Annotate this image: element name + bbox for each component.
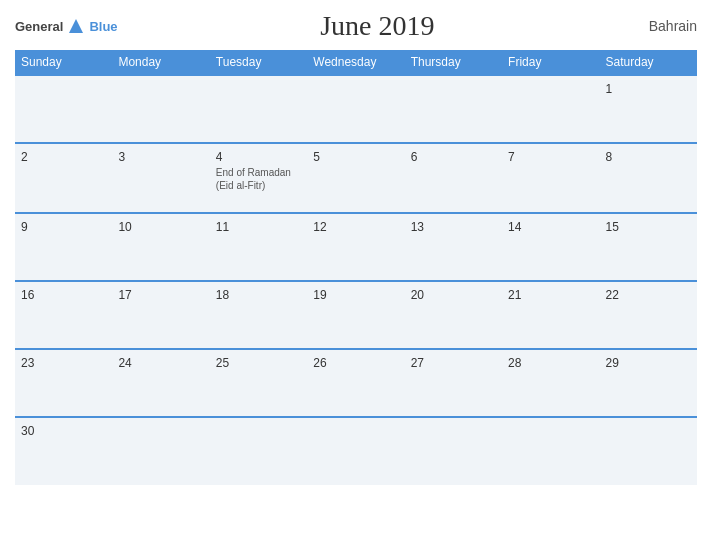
- day-number: 25: [216, 356, 301, 370]
- logo-icon: [67, 17, 85, 35]
- calendar-cell: 19: [307, 281, 404, 349]
- day-number: 13: [411, 220, 496, 234]
- header-wednesday: Wednesday: [307, 50, 404, 75]
- logo: General Blue: [15, 17, 118, 35]
- header-saturday: Saturday: [600, 50, 697, 75]
- calendar-week-row: 234End of Ramadan (Eid al-Fitr)5678: [15, 143, 697, 213]
- country-label: Bahrain: [637, 18, 697, 34]
- day-number: 26: [313, 356, 398, 370]
- day-number: 10: [118, 220, 203, 234]
- day-number: 3: [118, 150, 203, 164]
- logo-blue-text: Blue: [89, 19, 117, 34]
- day-number: 24: [118, 356, 203, 370]
- calendar-cell: 16: [15, 281, 112, 349]
- calendar-cell: [307, 75, 404, 143]
- calendar-cell: 12: [307, 213, 404, 281]
- day-number: 23: [21, 356, 106, 370]
- day-number: 16: [21, 288, 106, 302]
- calendar-cell: 27: [405, 349, 502, 417]
- calendar-cell: [307, 417, 404, 485]
- header-sunday: Sunday: [15, 50, 112, 75]
- day-number: 30: [21, 424, 106, 438]
- calendar-cell: 7: [502, 143, 599, 213]
- calendar-cell: 8: [600, 143, 697, 213]
- calendar-cell: 29: [600, 349, 697, 417]
- day-number: 20: [411, 288, 496, 302]
- calendar-page: General Blue June 2019 Bahrain Sunday Mo…: [0, 0, 712, 550]
- day-number: 2: [21, 150, 106, 164]
- calendar-cell: [112, 75, 209, 143]
- calendar-cell: 11: [210, 213, 307, 281]
- day-number: 28: [508, 356, 593, 370]
- header-thursday: Thursday: [405, 50, 502, 75]
- header-friday: Friday: [502, 50, 599, 75]
- calendar-week-row: 23242526272829: [15, 349, 697, 417]
- day-number: 29: [606, 356, 691, 370]
- calendar-cell: [210, 75, 307, 143]
- calendar-week-row: 9101112131415: [15, 213, 697, 281]
- logo-general-text: General: [15, 19, 63, 34]
- calendar-cell: 20: [405, 281, 502, 349]
- calendar-cell: 18: [210, 281, 307, 349]
- calendar-cell: 13: [405, 213, 502, 281]
- calendar-cell: 14: [502, 213, 599, 281]
- calendar-cell: 2: [15, 143, 112, 213]
- calendar-cell: 25: [210, 349, 307, 417]
- day-number: 7: [508, 150, 593, 164]
- day-number: 19: [313, 288, 398, 302]
- day-number: 14: [508, 220, 593, 234]
- day-number: 9: [21, 220, 106, 234]
- calendar-cell: [112, 417, 209, 485]
- day-number: 27: [411, 356, 496, 370]
- calendar-cell: [15, 75, 112, 143]
- day-number: 17: [118, 288, 203, 302]
- day-number: 5: [313, 150, 398, 164]
- calendar-cell: 3: [112, 143, 209, 213]
- day-number: 11: [216, 220, 301, 234]
- calendar-cell: 22: [600, 281, 697, 349]
- calendar-cell: [210, 417, 307, 485]
- calendar-table: Sunday Monday Tuesday Wednesday Thursday…: [15, 50, 697, 485]
- calendar-cell: 30: [15, 417, 112, 485]
- day-number: 4: [216, 150, 301, 164]
- day-number: 6: [411, 150, 496, 164]
- calendar-cell: 21: [502, 281, 599, 349]
- weekday-header-row: Sunday Monday Tuesday Wednesday Thursday…: [15, 50, 697, 75]
- holiday-text: End of Ramadan (Eid al-Fitr): [216, 166, 301, 192]
- day-number: 12: [313, 220, 398, 234]
- calendar-cell: 17: [112, 281, 209, 349]
- svg-marker-0: [69, 19, 83, 33]
- calendar-cell: 5: [307, 143, 404, 213]
- calendar-cell: 15: [600, 213, 697, 281]
- day-number: 1: [606, 82, 691, 96]
- calendar-cell: 24: [112, 349, 209, 417]
- day-number: 8: [606, 150, 691, 164]
- calendar-cell: [405, 417, 502, 485]
- calendar-header: General Blue June 2019 Bahrain: [15, 10, 697, 42]
- day-number: 22: [606, 288, 691, 302]
- calendar-cell: 1: [600, 75, 697, 143]
- calendar-cell: 26: [307, 349, 404, 417]
- calendar-cell: 28: [502, 349, 599, 417]
- calendar-cell: 9: [15, 213, 112, 281]
- calendar-cell: 10: [112, 213, 209, 281]
- calendar-cell: 6: [405, 143, 502, 213]
- calendar-cell: [502, 75, 599, 143]
- calendar-week-row: 30: [15, 417, 697, 485]
- header-monday: Monday: [112, 50, 209, 75]
- month-title: June 2019: [118, 10, 637, 42]
- day-number: 18: [216, 288, 301, 302]
- day-number: 15: [606, 220, 691, 234]
- calendar-week-row: 16171819202122: [15, 281, 697, 349]
- calendar-cell: [502, 417, 599, 485]
- calendar-week-row: 1: [15, 75, 697, 143]
- calendar-cell: [600, 417, 697, 485]
- calendar-cell: [405, 75, 502, 143]
- calendar-cell: 4End of Ramadan (Eid al-Fitr): [210, 143, 307, 213]
- calendar-cell: 23: [15, 349, 112, 417]
- day-number: 21: [508, 288, 593, 302]
- header-tuesday: Tuesday: [210, 50, 307, 75]
